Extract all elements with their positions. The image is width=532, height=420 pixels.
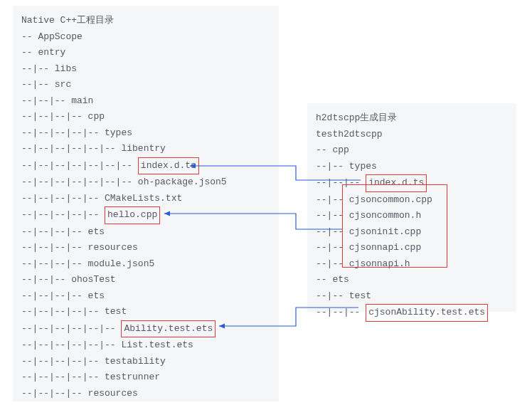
tree-prefix: --|--|--|--|--: [21, 209, 105, 220]
highlight-index-dts-left: index.d.ts: [138, 157, 199, 175]
tree-line: --|--|-- ohosTest: [21, 272, 270, 288]
tree-line: --|--|--|-- ets: [21, 224, 270, 241]
tree-line: --|-- cjsoninit.cpp: [316, 224, 508, 241]
tree-line: --|--|--|--|-- hello.cpp: [21, 206, 270, 224]
right-tree-panel: h2dtscpp生成目录 testh2dtscpp -- cpp --|-- t…: [307, 103, 516, 312]
highlight-index-dts-right: index.d.ts: [366, 174, 427, 192]
tree-prefix: --|--|--|--|--|--: [21, 323, 121, 334]
tree-prefix: --|--|--: [316, 177, 366, 188]
tree-line: -- ets: [316, 272, 508, 288]
tree-line: --|-- cjsoncommon.h: [316, 208, 508, 224]
highlight-cjson-ability: cjsonAbility.test.ets: [366, 304, 488, 322]
tree-line: --|--|--|-- module.json5: [21, 256, 270, 273]
left-title: Native C++工程目录: [21, 13, 270, 29]
tree-line: --|--|--|--|--|-- libentry: [21, 141, 270, 157]
tree-line: --|-- types: [316, 159, 508, 175]
tree-line: --|--|--|--|-- test: [21, 304, 270, 320]
tree-line: -- cpp: [316, 142, 508, 159]
tree-line: --|-- test: [316, 288, 508, 305]
tree-line: --|-- cjsoncommon.cpp: [316, 192, 508, 209]
tree-line: -- entry: [21, 45, 270, 61]
tree-line: --|--|--|--|--|--|-- oh-package.json5: [21, 174, 270, 191]
tree-line: --|--|-- index.d.ts: [316, 174, 508, 192]
tree-line: --|--|--|--|--|--|-- index.d.ts: [21, 157, 270, 175]
right-title: h2dtscpp生成目录: [316, 110, 508, 127]
tree-line: --|--|--|--|-- testability: [21, 354, 270, 370]
tree-prefix: --|--|--|--|--|--|--: [21, 160, 138, 171]
tree-prefix: --|--|--: [316, 307, 366, 317]
tree-line: --|--|--|-- resources: [21, 240, 270, 256]
tree-line: --|-- libs: [21, 61, 270, 78]
highlight-hello-cpp: hello.cpp: [105, 206, 160, 224]
tree-line: --|-- cjsonnapi.cpp: [316, 240, 508, 256]
tree-line: --|--|--|--|-- testrunner: [21, 369, 270, 386]
tree-line: --|-- src: [21, 77, 270, 93]
tree-line: --|--|-- cjsonAbility.test.ets: [316, 304, 508, 322]
tree-line: --|--|--|-- ets: [21, 288, 270, 305]
tree-line: --|--|--|--|-- types: [21, 125, 270, 142]
tree-line: --|--|--|-- resources: [21, 386, 270, 402]
tree-line: --|--|--|--|--|-- List.test.ets: [21, 337, 270, 354]
highlight-ability-test: Ability.test.ets: [121, 320, 216, 338]
right-subtitle: testh2dtscpp: [316, 127, 508, 143]
tree-line: --|--|-- main: [21, 93, 270, 110]
left-tree-panel: Native C++工程目录 -- AppScope -- entry --|-…: [13, 6, 279, 401]
tree-line: -- AppScope: [21, 29, 270, 46]
tree-line: --|--|--|-- cpp: [21, 109, 270, 125]
tree-line: --|--|--|--|-- CMakeLists.txt: [21, 191, 270, 207]
tree-line: --|--|--|--|--|-- Ability.test.ets: [21, 320, 270, 338]
tree-line: --|-- cjsonnapi.h: [316, 256, 508, 273]
